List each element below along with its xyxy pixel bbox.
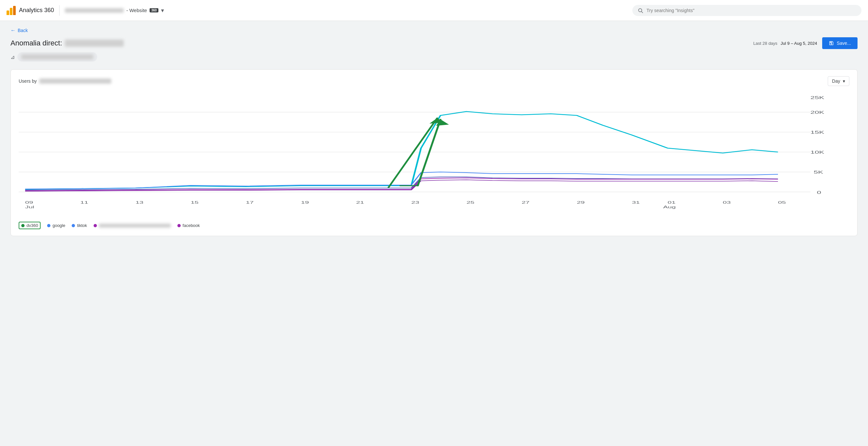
filter-icon: ⊿ [10,54,15,60]
save-label: Save... [837,40,851,46]
legend-label-google: google [52,223,65,228]
chart-container: 0 5K 10K 15K 20K 25K 09 Jul 11 13 15 17 … [19,93,849,218]
legend-dot-blurred [94,224,97,227]
legend-item-dv360: dv360 [19,222,40,229]
badge-360: 360 [150,8,158,12]
search-icon [638,7,643,13]
svg-text:13: 13 [135,200,143,205]
top-nav: Analytics 360 - Website 360 ▾ [0,0,868,21]
svg-text:29: 29 [577,200,585,205]
legend-label-tiktok: tiktok [77,223,87,228]
svg-text:17: 17 [246,200,254,205]
svg-line-1 [642,11,643,13]
svg-text:25: 25 [466,200,474,205]
svg-text:21: 21 [356,200,364,205]
svg-text:0: 0 [817,190,821,195]
date-range-value: Jul 9 – Aug 5, 2024 [781,41,817,46]
day-chevron-icon: ▾ [843,78,845,84]
svg-text:23: 23 [411,200,419,205]
google-line [25,172,778,189]
chart-title: Users by [19,78,111,84]
page-content: ← Back Anomalia direct: Last 28 days Jul… [0,21,868,243]
page-title-prefix: Anomalia direct: [10,39,62,47]
filter-row: ⊿ [10,52,858,62]
chart-svg: 0 5K 10K 15K 20K 25K 09 Jul 11 13 15 17 … [19,93,849,217]
back-link[interactable]: ← Back [10,28,28,33]
chart-title-prefix: Users by [19,78,37,84]
svg-text:03: 03 [723,200,731,205]
svg-text:15: 15 [190,200,198,205]
back-label: Back [18,28,28,33]
filter-chip[interactable] [17,52,97,62]
legend-item-tiktok: tiktok [72,223,87,228]
nav-divider [59,5,60,16]
svg-text:5K: 5K [814,170,824,174]
svg-text:09: 09 [25,200,33,205]
filter-chip-text-blurred [21,54,93,60]
svg-text:01: 01 [668,200,676,205]
day-selector[interactable]: Day ▾ [828,76,849,86]
legend-dot-google [47,224,51,227]
chart-header: Users by Day ▾ [19,76,849,86]
svg-text:31: 31 [632,200,640,205]
chart-legend: dv360 google tiktok facebook [19,222,849,229]
svg-text:10K: 10K [810,150,825,155]
search-input[interactable] [646,8,856,13]
page-title: Anomalia direct: [10,39,124,47]
svg-text:19: 19 [301,200,309,205]
search-bar[interactable] [632,5,862,16]
page-header: Anomalia direct: Last 28 days Jul 9 – Au… [10,37,858,49]
blurred-channel-line [25,178,778,191]
granularity-label: Day [832,78,840,84]
svg-text:25K: 25K [810,96,825,100]
legend-item-blurred [94,224,171,228]
legend-label-blurred [99,224,171,228]
property-selector[interactable]: - Website 360 ▾ [65,7,164,14]
svg-text:05: 05 [778,200,786,205]
svg-text:15K: 15K [810,130,825,134]
save-button[interactable]: Save... [822,37,858,49]
legend-item-google: google [47,223,65,228]
header-right: Last 28 days Jul 9 – Aug 5, 2024 Save... [753,37,858,49]
brand-title: Analytics 360 [19,7,54,14]
svg-text:Aug: Aug [663,205,676,209]
legend-dot-dv360 [21,224,25,227]
property-name-blurred [65,8,124,13]
legend-label-dv360: dv360 [27,223,38,228]
svg-text:11: 11 [80,200,88,205]
anomaly-name-blurred [65,40,124,47]
chart-title-blurred [39,78,111,84]
legend-dot-facebook [177,224,181,227]
legend-label-facebook: facebook [183,223,200,228]
date-range-label: Last 28 days [753,41,777,46]
svg-text:27: 27 [522,200,530,205]
svg-text:20K: 20K [810,110,825,114]
brand: Analytics 360 [6,6,54,15]
property-label: - Website [126,7,147,13]
date-range-info: Last 28 days Jul 9 – Aug 5, 2024 [753,41,817,46]
svg-text:Jul: Jul [25,205,34,209]
legend-item-facebook: facebook [177,223,200,228]
dv360-line [25,111,778,189]
legend-dot-tiktok [72,224,75,227]
chevron-down-icon[interactable]: ▾ [161,7,164,14]
back-arrow-icon: ← [10,28,16,33]
chart-card: Users by Day ▾ 0 5K 10K 15K 20K [10,69,858,236]
save-icon [829,40,834,46]
brand-icon [6,6,16,15]
